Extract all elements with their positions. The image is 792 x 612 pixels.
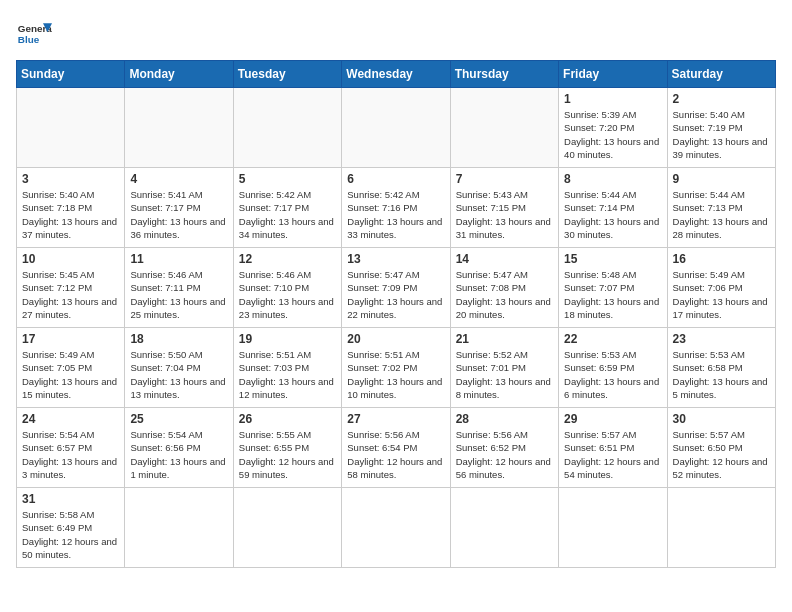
calendar-cell: 6Sunrise: 5:42 AM Sunset: 7:16 PM Daylig…: [342, 168, 450, 248]
weekday-header-row: SundayMondayTuesdayWednesdayThursdayFrid…: [17, 61, 776, 88]
calendar-cell: 26Sunrise: 5:55 AM Sunset: 6:55 PM Dayli…: [233, 408, 341, 488]
calendar-cell: 7Sunrise: 5:43 AM Sunset: 7:15 PM Daylig…: [450, 168, 558, 248]
calendar-cell: 16Sunrise: 5:49 AM Sunset: 7:06 PM Dayli…: [667, 248, 775, 328]
day-info: Sunrise: 5:47 AM Sunset: 7:09 PM Dayligh…: [347, 268, 444, 321]
day-info: Sunrise: 5:57 AM Sunset: 6:51 PM Dayligh…: [564, 428, 661, 481]
calendar-cell: 22Sunrise: 5:53 AM Sunset: 6:59 PM Dayli…: [559, 328, 667, 408]
day-number: 27: [347, 412, 444, 426]
day-info: Sunrise: 5:53 AM Sunset: 6:59 PM Dayligh…: [564, 348, 661, 401]
day-info: Sunrise: 5:44 AM Sunset: 7:13 PM Dayligh…: [673, 188, 770, 241]
day-number: 31: [22, 492, 119, 506]
calendar-cell: 31Sunrise: 5:58 AM Sunset: 6:49 PM Dayli…: [17, 488, 125, 568]
day-info: Sunrise: 5:49 AM Sunset: 7:06 PM Dayligh…: [673, 268, 770, 321]
day-info: Sunrise: 5:53 AM Sunset: 6:58 PM Dayligh…: [673, 348, 770, 401]
day-number: 15: [564, 252, 661, 266]
weekday-header-friday: Friday: [559, 61, 667, 88]
day-number: 28: [456, 412, 553, 426]
calendar-cell: 15Sunrise: 5:48 AM Sunset: 7:07 PM Dayli…: [559, 248, 667, 328]
calendar-cell: 27Sunrise: 5:56 AM Sunset: 6:54 PM Dayli…: [342, 408, 450, 488]
day-info: Sunrise: 5:43 AM Sunset: 7:15 PM Dayligh…: [456, 188, 553, 241]
day-info: Sunrise: 5:41 AM Sunset: 7:17 PM Dayligh…: [130, 188, 227, 241]
day-number: 8: [564, 172, 661, 186]
calendar-cell: [125, 88, 233, 168]
calendar-cell: 12Sunrise: 5:46 AM Sunset: 7:10 PM Dayli…: [233, 248, 341, 328]
day-number: 1: [564, 92, 661, 106]
calendar-cell: 25Sunrise: 5:54 AM Sunset: 6:56 PM Dayli…: [125, 408, 233, 488]
calendar-cell: 4Sunrise: 5:41 AM Sunset: 7:17 PM Daylig…: [125, 168, 233, 248]
calendar-week-1: 1Sunrise: 5:39 AM Sunset: 7:20 PM Daylig…: [17, 88, 776, 168]
calendar-cell: 10Sunrise: 5:45 AM Sunset: 7:12 PM Dayli…: [17, 248, 125, 328]
calendar-week-6: 31Sunrise: 5:58 AM Sunset: 6:49 PM Dayli…: [17, 488, 776, 568]
day-info: Sunrise: 5:42 AM Sunset: 7:17 PM Dayligh…: [239, 188, 336, 241]
day-number: 11: [130, 252, 227, 266]
day-info: Sunrise: 5:50 AM Sunset: 7:04 PM Dayligh…: [130, 348, 227, 401]
day-info: Sunrise: 5:40 AM Sunset: 7:19 PM Dayligh…: [673, 108, 770, 161]
day-number: 13: [347, 252, 444, 266]
calendar-cell: [450, 88, 558, 168]
day-info: Sunrise: 5:44 AM Sunset: 7:14 PM Dayligh…: [564, 188, 661, 241]
calendar-cell: 13Sunrise: 5:47 AM Sunset: 7:09 PM Dayli…: [342, 248, 450, 328]
day-number: 18: [130, 332, 227, 346]
day-number: 30: [673, 412, 770, 426]
day-number: 4: [130, 172, 227, 186]
day-info: Sunrise: 5:48 AM Sunset: 7:07 PM Dayligh…: [564, 268, 661, 321]
day-info: Sunrise: 5:56 AM Sunset: 6:54 PM Dayligh…: [347, 428, 444, 481]
day-info: Sunrise: 5:55 AM Sunset: 6:55 PM Dayligh…: [239, 428, 336, 481]
day-number: 2: [673, 92, 770, 106]
calendar-cell: [342, 88, 450, 168]
day-number: 26: [239, 412, 336, 426]
page-header: General Blue: [16, 16, 776, 52]
day-info: Sunrise: 5:49 AM Sunset: 7:05 PM Dayligh…: [22, 348, 119, 401]
day-number: 17: [22, 332, 119, 346]
calendar-cell: 11Sunrise: 5:46 AM Sunset: 7:11 PM Dayli…: [125, 248, 233, 328]
day-number: 24: [22, 412, 119, 426]
day-number: 23: [673, 332, 770, 346]
day-info: Sunrise: 5:56 AM Sunset: 6:52 PM Dayligh…: [456, 428, 553, 481]
svg-text:Blue: Blue: [18, 34, 40, 45]
calendar-cell: 28Sunrise: 5:56 AM Sunset: 6:52 PM Dayli…: [450, 408, 558, 488]
day-info: Sunrise: 5:46 AM Sunset: 7:10 PM Dayligh…: [239, 268, 336, 321]
calendar-cell: [125, 488, 233, 568]
calendar-cell: 19Sunrise: 5:51 AM Sunset: 7:03 PM Dayli…: [233, 328, 341, 408]
day-info: Sunrise: 5:45 AM Sunset: 7:12 PM Dayligh…: [22, 268, 119, 321]
weekday-header-tuesday: Tuesday: [233, 61, 341, 88]
day-info: Sunrise: 5:52 AM Sunset: 7:01 PM Dayligh…: [456, 348, 553, 401]
day-number: 10: [22, 252, 119, 266]
day-number: 25: [130, 412, 227, 426]
day-info: Sunrise: 5:54 AM Sunset: 6:56 PM Dayligh…: [130, 428, 227, 481]
day-info: Sunrise: 5:57 AM Sunset: 6:50 PM Dayligh…: [673, 428, 770, 481]
weekday-header-saturday: Saturday: [667, 61, 775, 88]
day-number: 22: [564, 332, 661, 346]
weekday-header-monday: Monday: [125, 61, 233, 88]
day-info: Sunrise: 5:42 AM Sunset: 7:16 PM Dayligh…: [347, 188, 444, 241]
calendar-table: SundayMondayTuesdayWednesdayThursdayFrid…: [16, 60, 776, 568]
day-number: 12: [239, 252, 336, 266]
day-number: 29: [564, 412, 661, 426]
day-info: Sunrise: 5:51 AM Sunset: 7:02 PM Dayligh…: [347, 348, 444, 401]
calendar-cell: [233, 88, 341, 168]
day-number: 19: [239, 332, 336, 346]
calendar-cell: 21Sunrise: 5:52 AM Sunset: 7:01 PM Dayli…: [450, 328, 558, 408]
calendar-cell: [450, 488, 558, 568]
day-info: Sunrise: 5:46 AM Sunset: 7:11 PM Dayligh…: [130, 268, 227, 321]
weekday-header-wednesday: Wednesday: [342, 61, 450, 88]
calendar-cell: 20Sunrise: 5:51 AM Sunset: 7:02 PM Dayli…: [342, 328, 450, 408]
day-number: 3: [22, 172, 119, 186]
day-number: 9: [673, 172, 770, 186]
day-number: 5: [239, 172, 336, 186]
weekday-header-sunday: Sunday: [17, 61, 125, 88]
calendar-cell: 30Sunrise: 5:57 AM Sunset: 6:50 PM Dayli…: [667, 408, 775, 488]
day-number: 16: [673, 252, 770, 266]
calendar-cell: [667, 488, 775, 568]
calendar-cell: [342, 488, 450, 568]
calendar-week-3: 10Sunrise: 5:45 AM Sunset: 7:12 PM Dayli…: [17, 248, 776, 328]
calendar-cell: 8Sunrise: 5:44 AM Sunset: 7:14 PM Daylig…: [559, 168, 667, 248]
calendar-cell: 24Sunrise: 5:54 AM Sunset: 6:57 PM Dayli…: [17, 408, 125, 488]
calendar-cell: 1Sunrise: 5:39 AM Sunset: 7:20 PM Daylig…: [559, 88, 667, 168]
calendar-cell: 18Sunrise: 5:50 AM Sunset: 7:04 PM Dayli…: [125, 328, 233, 408]
calendar-cell: [233, 488, 341, 568]
calendar-cell: 2Sunrise: 5:40 AM Sunset: 7:19 PM Daylig…: [667, 88, 775, 168]
calendar-cell: 29Sunrise: 5:57 AM Sunset: 6:51 PM Dayli…: [559, 408, 667, 488]
weekday-header-thursday: Thursday: [450, 61, 558, 88]
day-number: 7: [456, 172, 553, 186]
